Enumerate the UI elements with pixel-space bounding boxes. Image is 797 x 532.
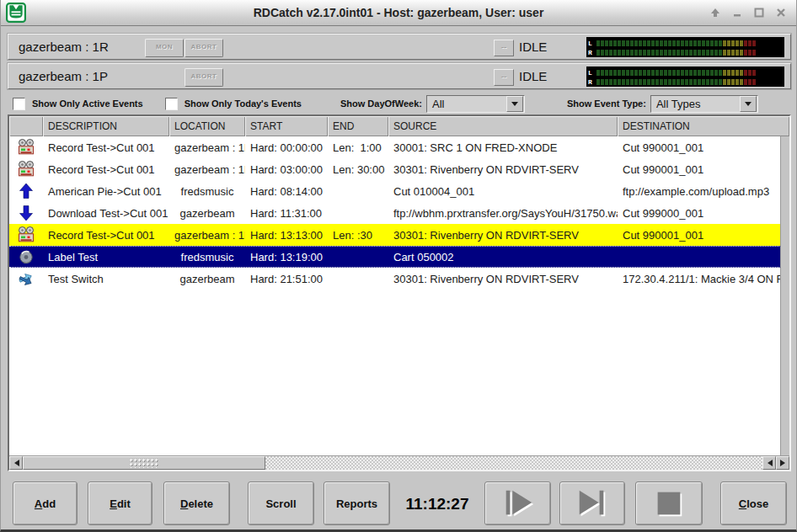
scroll-left-button-alt[interactable] — [762, 456, 776, 470]
meter-segment — [693, 50, 697, 56]
meter-segment — [660, 50, 663, 56]
stop-button[interactable] — [635, 481, 703, 525]
delete-button[interactable]: Delete — [163, 481, 230, 525]
edit-button[interactable]: Edit — [88, 481, 152, 525]
location-cell: gazerbeam — [169, 273, 245, 285]
table-row[interactable]: Download Test->Cut 001gazerbeamHard: 11:… — [9, 202, 781, 224]
meter-segment — [643, 50, 646, 56]
table-row[interactable]: Record Test->Cut 001gazerbeam : 1RHard: … — [9, 158, 781, 180]
horizontal-scrollbar[interactable] — [9, 455, 789, 470]
meter-segment — [655, 70, 659, 76]
meter-segment — [677, 40, 680, 46]
monitor-button[interactable]: MON — [145, 39, 184, 57]
reports-button[interactable]: Reports — [324, 481, 390, 525]
audio-meter: L R — [586, 66, 784, 87]
play-deck-panel: gazerbeam : 1P ABORT -- IDLE L R — [8, 63, 791, 89]
meter-segment — [731, 79, 735, 85]
chevron-down-icon[interactable] — [740, 96, 757, 112]
table-row[interactable]: Label TestfredsmusicHard: 13:19:00Cart 0… — [9, 246, 781, 268]
description-cell: Test Switch — [43, 273, 169, 285]
table-row[interactable]: American Pie->Cut 001fredsmusicHard: 08:… — [9, 180, 781, 202]
minimize-button[interactable] — [729, 4, 746, 21]
column-header-start[interactable]: START — [245, 116, 328, 136]
eventtype-select[interactable]: All Types — [650, 95, 758, 113]
add-button[interactable]: Add — [13, 481, 78, 525]
meter-segment — [752, 70, 756, 76]
end-cell: Len: 1:00 — [328, 141, 388, 154]
table-row[interactable]: Record Test->Cut 001gazerbeam : 1RHard: … — [9, 136, 781, 158]
monitor-toggle-button[interactable]: -- — [494, 40, 514, 56]
shade-button[interactable] — [707, 4, 724, 21]
download-icon — [9, 205, 43, 221]
meter-segment — [668, 70, 671, 76]
reports-button-label: Reports — [336, 497, 377, 510]
chevron-down-icon[interactable] — [506, 96, 523, 112]
meter-segment — [655, 79, 659, 85]
meter-channel-label: R — [588, 78, 596, 86]
show-active-checkbox[interactable] — [13, 98, 25, 110]
meter-segment — [702, 79, 705, 85]
meter-segment — [689, 50, 693, 56]
table-row[interactable]: Test SwitchgazerbeamHard: 21:51:0030301:… — [9, 268, 781, 290]
source-cell: 30301: Rivenberry ON RDVIRT-SERV — [388, 273, 618, 285]
play-button[interactable] — [484, 481, 551, 525]
meter-segment — [660, 79, 663, 85]
table-row[interactable]: Record Test->Cut 001gazerbeam : 1RHard: … — [9, 224, 781, 246]
meter-segment — [634, 70, 638, 76]
column-header-description[interactable]: DESCRIPTION — [43, 116, 169, 136]
abort-button[interactable]: ABORT — [185, 68, 223, 87]
meter-segment — [596, 50, 600, 56]
show-today-checkbox[interactable] — [165, 98, 178, 110]
scrollbar-thumb[interactable] — [23, 456, 265, 470]
scroll-left-button[interactable] — [9, 456, 23, 470]
abort-button[interactable]: ABORT — [185, 39, 223, 57]
switch-icon — [9, 270, 43, 287]
column-header-destination[interactable]: DESTINATION — [618, 116, 789, 136]
meter-segment — [660, 40, 663, 46]
column-header-source[interactable]: SOURCE — [388, 116, 618, 136]
meter-segment — [702, 70, 705, 76]
meter-segment — [601, 70, 604, 76]
meter-segment — [744, 50, 747, 56]
meter-segment — [618, 40, 621, 46]
start-cell: Hard: 21:51:00 — [245, 273, 328, 285]
meter-segment — [740, 50, 743, 56]
maximize-button[interactable] — [751, 4, 768, 21]
meter-segment — [735, 70, 739, 76]
close-button-label: Close — [739, 497, 768, 510]
meter-segment — [647, 40, 650, 46]
meter-segment — [689, 79, 693, 85]
meter-segment — [630, 40, 634, 46]
meter-segment — [748, 70, 752, 76]
meter-segment — [685, 50, 688, 56]
play-next-button[interactable] — [559, 481, 625, 525]
title-bar[interactable]: RDCatch v2.17.0int01 - Host: gazerbeam, … — [1, 0, 796, 26]
destination-cell: Cut 990001_001 — [618, 141, 781, 154]
scroll-right-button[interactable] — [776, 456, 789, 470]
scrollbar-track[interactable] — [265, 456, 762, 470]
close-button[interactable] — [773, 4, 789, 21]
meter-segment — [698, 70, 701, 76]
meter-segment — [634, 40, 638, 46]
description-cell: Record Test->Cut 001 — [43, 163, 169, 176]
close-window-button[interactable]: Close — [720, 481, 787, 525]
column-header-location[interactable]: LOCATION — [169, 116, 245, 136]
wall-clock: 11:12:27 — [395, 495, 479, 513]
column-header-icon[interactable] — [9, 116, 43, 136]
meter-segment — [681, 70, 684, 76]
meter-channel-label: L — [588, 69, 596, 77]
monitor-toggle-button[interactable]: -- — [494, 69, 514, 86]
dayofweek-select[interactable]: All — [426, 95, 525, 113]
meter-segment — [714, 50, 718, 56]
meter-segment — [723, 40, 726, 46]
meter-segment — [702, 40, 705, 46]
column-header-end[interactable]: END — [328, 116, 388, 136]
destination-cell: 172.30.4.211/1: Mackie 3/4 ON FRE — [618, 273, 781, 285]
meter-segment — [639, 79, 642, 85]
start-cell: Hard: 08:14:00 — [245, 185, 328, 198]
meter-segment — [710, 40, 714, 46]
source-cell: Cart 050002 — [388, 251, 618, 263]
meter-segment — [672, 40, 676, 46]
scroll-button[interactable]: Scroll — [248, 481, 314, 525]
deck-name: gazerbeam : 1R — [19, 40, 109, 54]
